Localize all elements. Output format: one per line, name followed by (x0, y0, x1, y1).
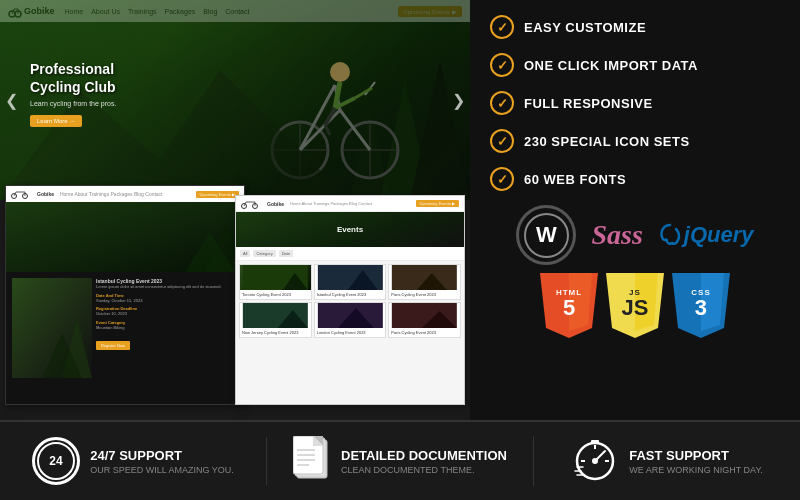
events-title: Events (337, 225, 363, 234)
event-card[interactable]: Istanbul Cycling Event 2023 (314, 264, 387, 300)
hero-subtitle: Learn cycling from the pros. (30, 100, 116, 107)
feature-web-fonts: 60 WEB FONTS (490, 167, 780, 191)
docs-section: DETAILED DOCUMENTION CLEAN DOCUMENTED TH… (267, 436, 534, 486)
learn-more-btn[interactable]: Learn More → (30, 115, 82, 127)
feature-label-4: 230 SPECIAL ICON SETS (524, 134, 690, 149)
support-24-icon: 24 (32, 437, 80, 485)
event-card[interactable]: London Cycling Event 2023 (314, 302, 387, 338)
check-icon-4 (490, 129, 514, 153)
check-icon-2 (490, 53, 514, 77)
third-nav-btn[interactable]: Upcoming Events ▶ (416, 200, 459, 207)
hero-prev-arrow[interactable]: ❮ (5, 91, 18, 110)
feature-responsive: FULL RESPONSIVE (490, 91, 780, 115)
check-icon-3 (490, 91, 514, 115)
events-filter: All Category Date (236, 247, 464, 261)
feature-label-3: FULL RESPONSIVE (524, 96, 653, 111)
third-nav: Gobike Home About Trainings Packages Blo… (236, 196, 464, 212)
js-badge: JS JS (606, 273, 664, 338)
event-card[interactable]: Toronto Cycling Event 2023 (239, 264, 312, 300)
feature-easy-customize: EASY CUSTOMIZE (490, 15, 780, 39)
register-btn[interactable]: Register Now (96, 341, 130, 350)
svg-point-69 (592, 458, 598, 464)
html5-badge: HTML 5 (540, 273, 598, 338)
svg-rect-70 (591, 440, 599, 443)
fast-support-section: FAST SUPPORT WE ARE WORKING NIGHT DAY. (534, 435, 800, 487)
istanbul-hero: Istanbul Cycling Event 2023 (6, 202, 244, 272)
event-card[interactable]: Paris Cycling Event 2023 (388, 264, 461, 300)
svg-point-16 (330, 62, 350, 82)
events-grid: Toronto Cycling Event 2023 Istanbul Cycl… (236, 261, 464, 341)
istanbul-mockup: Gobike Home About Trainings Packages Blo… (5, 185, 245, 405)
check-icon-5 (490, 167, 514, 191)
css3-badge: CSS 3 (672, 273, 730, 338)
docs-icon (293, 436, 331, 486)
fast-support-text: FAST SUPPORT WE ARE WORKING NIGHT DAY. (629, 448, 763, 475)
tech-badges-row: HTML 5 JS JS (540, 273, 730, 338)
svg-text:24: 24 (50, 454, 64, 468)
event-card[interactable]: Paris Cycling Event 2023 (388, 302, 461, 338)
feature-one-click: ONE CLICK IMPORT DATA (490, 53, 780, 77)
fast-support-icon (571, 435, 619, 487)
istanbul-body: Istanbul Cycling Event 2023 Lorem ipsum … (6, 272, 244, 384)
istanbul-img (12, 278, 92, 378)
second-nav-btn[interactable]: Upcoming Events ▶ (196, 191, 239, 198)
docs-text: DETAILED DOCUMENTION CLEAN DOCUMENTED TH… (341, 448, 507, 475)
wp-sass-jquery-row: W Sass jQuery (490, 205, 780, 265)
hero-next-arrow[interactable]: ❯ (452, 91, 465, 110)
feature-label-1: EASY CUSTOMIZE (524, 20, 646, 35)
wordpress-icon: W (524, 213, 569, 258)
events-grid-mockup: Gobike Home About Trainings Packages Blo… (235, 195, 465, 405)
istanbul-text: Istanbul Cycling Event 2023 Lorem ipsum … (96, 278, 238, 378)
bottom-bar: 24 24/7 SUPPORT OUR SPEED WILL AMAZING Y… (0, 420, 800, 500)
sass-logo: Sass (591, 219, 642, 251)
hero-title: ProfessionalCycling Club (30, 60, 116, 96)
feature-label-5: 60 WEB FONTS (524, 172, 626, 187)
check-icon-1 (490, 15, 514, 39)
second-nav: Gobike Home About Trainings Packages Blo… (6, 186, 244, 202)
feature-icon-sets: 230 SPECIAL ICON SETS (490, 129, 780, 153)
events-hero: Events (236, 212, 464, 247)
hero-content: ProfessionalCycling Club Learn cycling f… (30, 60, 116, 127)
support-247-section: 24 24/7 SUPPORT OUR SPEED WILL AMAZING Y… (0, 437, 267, 485)
event-card[interactable]: New Jersey Cycling Event 2023 (239, 302, 312, 338)
support-247-text: 24/7 SUPPORT OUR SPEED WILL AMAZING YOU. (90, 448, 234, 475)
wordpress-logo: W (516, 205, 576, 265)
jquery-logo: jQuery (658, 222, 754, 248)
features-list: EASY CUSTOMIZE ONE CLICK IMPORT DATA FUL… (490, 15, 780, 205)
hero-mockup: Gobike Home About Us Trainings Packages … (0, 0, 470, 200)
feature-label-2: ONE CLICK IMPORT DATA (524, 58, 698, 73)
